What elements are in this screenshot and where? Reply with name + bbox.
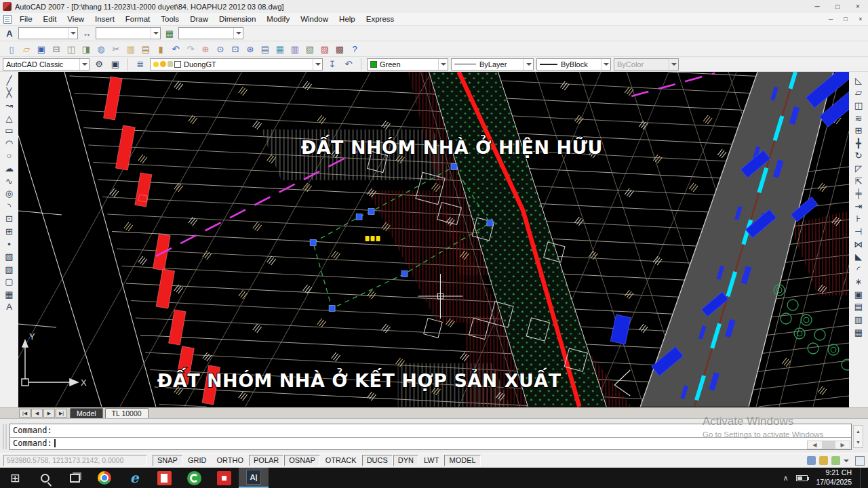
snap-toggle[interactable]: SNAP <box>153 455 182 466</box>
ellipse-arc-icon[interactable]: ◝ <box>1 200 18 213</box>
taskbar-search-button[interactable] <box>30 468 60 488</box>
fillet-icon[interactable]: ◜ <box>850 263 867 276</box>
menu-item[interactable]: Help <box>334 14 361 24</box>
polar-toggle[interactable]: POLAR <box>249 455 283 466</box>
zoom-window-icon[interactable]: ⊡ <box>228 42 243 56</box>
otrack-toggle[interactable]: OTRACK <box>321 455 361 466</box>
taskbar-autocad-active[interactable]: A| <box>239 468 269 488</box>
offset-icon[interactable]: ≋ <box>850 112 867 125</box>
command-vertical-scrollbar[interactable]: ▲ ▼ <box>853 425 863 448</box>
menu-item[interactable]: Express <box>361 14 400 24</box>
polygon-icon[interactable]: △ <box>1 112 18 125</box>
arc-icon[interactable]: ◠ <box>1 137 18 150</box>
grid-toggle[interactable]: GRID <box>183 455 212 466</box>
table-icon[interactable]: ▦ <box>1 288 18 301</box>
array-icon[interactable]: ⊞ <box>850 124 867 137</box>
layer-freeze-icon[interactable] <box>160 61 166 67</box>
minimize-button[interactable]: ─ <box>807 0 827 13</box>
scrollbar-thumb[interactable] <box>822 441 836 449</box>
table-style-combo[interactable] <box>178 27 243 39</box>
zoom-previous-icon[interactable]: ⊛ <box>243 42 258 56</box>
chevron-down-icon[interactable] <box>313 59 322 70</box>
taskbar-clock[interactable]: 9:21 CH 17/04/2025 <box>816 468 852 487</box>
tool-palettes-icon[interactable]: ▥ <box>288 42 302 56</box>
insert-block-icon[interactable]: ⊡ <box>1 213 18 226</box>
menu-item[interactable]: Insert <box>90 14 120 24</box>
close-button[interactable]: × <box>848 0 868 13</box>
point-icon[interactable]: • <box>1 238 18 251</box>
restore-button[interactable]: □ <box>827 0 848 13</box>
status-menu-arrow-icon[interactable] <box>844 460 849 465</box>
command-window-grip[interactable] <box>3 424 7 449</box>
erase-icon[interactable]: ◺ <box>850 74 867 87</box>
menu-item[interactable]: File <box>14 14 38 24</box>
trim-icon[interactable]: ╪ <box>850 187 867 200</box>
layer-manager-icon[interactable]: ≣ <box>134 58 147 70</box>
draworder-back-icon[interactable]: ▤ <box>850 301 867 314</box>
copy-icon[interactable]: ▱ <box>850 87 867 100</box>
save-workspace-icon[interactable]: ▣ <box>108 58 122 70</box>
dyn-toggle[interactable]: DYN <box>393 455 418 466</box>
move-icon[interactable]: ╋ <box>850 137 867 150</box>
taskbar-internet-explorer[interactable]: e <box>119 468 149 488</box>
plot-icon[interactable]: ⊟ <box>49 42 64 56</box>
menu-item[interactable]: Format <box>120 14 155 24</box>
model-toggle[interactable]: MODEL <box>444 455 480 466</box>
sheetset-icon[interactable]: ▧ <box>302 42 317 56</box>
tab-nav-button[interactable]: |◀ <box>19 409 31 418</box>
menu-item[interactable]: View <box>62 14 90 24</box>
ortho-toggle[interactable]: ORTHO <box>212 455 248 466</box>
ellipse-icon[interactable]: ◎ <box>1 187 18 200</box>
redo-icon[interactable]: ↷ <box>183 42 198 56</box>
polyline-icon[interactable]: ↝ <box>1 99 18 112</box>
join-icon[interactable]: ⋈ <box>850 238 867 251</box>
menu-item[interactable]: Tools <box>155 14 184 24</box>
break-at-point-icon[interactable]: ⊦ <box>850 213 867 226</box>
draworder-front-icon[interactable]: ▣ <box>850 288 867 301</box>
drawing-canvas[interactable]: Y X ĐẤT NHÓM NHÀ Ở HIỆN HỮU ĐẤT NHÓM NHÀ… <box>18 72 849 407</box>
pan-icon[interactable]: ⊕ <box>198 42 213 56</box>
workspace-settings-icon[interactable]: ⚙ <box>92 58 106 70</box>
make-block-icon[interactable]: ⊞ <box>1 225 18 238</box>
task-view-button[interactable] <box>60 468 90 488</box>
spline-icon[interactable]: ∿ <box>1 175 18 188</box>
scroll-right-icon[interactable]: ▶ <box>835 441 850 449</box>
menu-item[interactable]: Window <box>295 14 334 24</box>
chevron-down-icon[interactable] <box>79 59 89 70</box>
revcloud-icon[interactable]: ☁ <box>1 162 18 175</box>
layer-combo[interactable]: DuongGT <box>150 58 323 70</box>
layer-on-icon[interactable] <box>153 62 159 67</box>
scale-icon[interactable]: ◸ <box>850 162 867 175</box>
mirror-icon[interactable]: ◫ <box>850 99 867 112</box>
circle-icon[interactable]: ○ <box>1 150 18 163</box>
extend-icon[interactable]: ⇥ <box>850 200 867 213</box>
help-icon[interactable]: ? <box>347 42 362 56</box>
chevron-down-icon[interactable] <box>438 59 448 70</box>
command-prompt[interactable]: Command: <box>13 439 52 448</box>
markup-icon[interactable]: ▨ <box>317 42 332 56</box>
lwt-toggle[interactable]: LWT <box>419 455 443 466</box>
text-style-combo[interactable] <box>18 27 78 39</box>
chevron-down-icon[interactable] <box>524 59 533 70</box>
layer-lock-icon[interactable] <box>167 61 173 67</box>
annotation-scale-icon[interactable] <box>807 456 816 465</box>
table-style-icon[interactable]: ▦ <box>163 27 176 39</box>
layer-color-swatch[interactable] <box>174 61 181 68</box>
lineweight-combo[interactable]: ByBlock <box>536 58 611 70</box>
line-icon[interactable]: ╱ <box>1 74 18 87</box>
text-style-icon[interactable]: A <box>3 27 16 39</box>
annotation-visibility-icon[interactable] <box>831 456 840 465</box>
properties-icon[interactable]: ▤ <box>258 42 273 56</box>
chevron-down-icon[interactable] <box>68 28 77 39</box>
stretch-icon[interactable]: ⇱ <box>850 175 867 188</box>
show-desktop-button[interactable] <box>860 468 863 488</box>
ducs-toggle[interactable]: DUCS <box>362 455 393 466</box>
region-icon[interactable]: ▢ <box>1 276 18 289</box>
quickcalc-icon[interactable]: ▩ <box>332 42 347 56</box>
menu-item[interactable]: Draw <box>184 14 214 24</box>
cut-icon[interactable]: ✂ <box>108 42 123 56</box>
make-object-layer-current-icon[interactable]: ↧ <box>326 58 339 70</box>
rotate-icon[interactable]: ↻ <box>850 150 867 163</box>
match-properties-icon[interactable]: ▮ <box>153 42 168 56</box>
clean-screen-button[interactable] <box>855 456 865 466</box>
